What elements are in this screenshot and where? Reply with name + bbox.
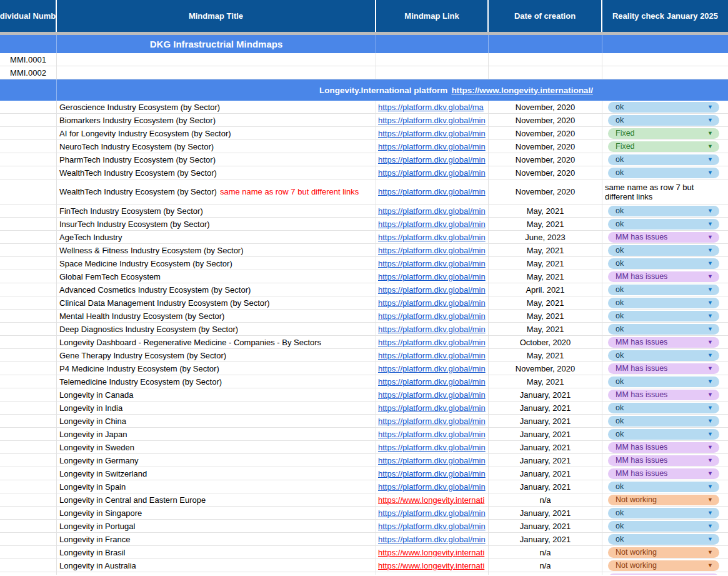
link-cell[interactable]: https://platform.dkv.global/min xyxy=(376,520,489,532)
date-cell[interactable]: January, 2021 xyxy=(489,480,602,493)
title-cell[interactable]: Clinical Data Management Industry Ecosys… xyxy=(57,296,376,309)
link-cell[interactable]: https://platform.dkv.global/min xyxy=(376,428,489,440)
title-cell[interactable]: WealthTech Industry Ecosystem (by Sector… xyxy=(57,166,376,179)
status-dropdown[interactable]: ok▼ xyxy=(608,482,719,492)
band-cell[interactable] xyxy=(0,35,57,53)
mindmap-link[interactable]: https://platform.dkv.global/min xyxy=(378,364,486,373)
link-cell[interactable] xyxy=(376,572,489,575)
status-dropdown[interactable]: ok▼ xyxy=(608,168,719,178)
mindmap-link[interactable]: https://platform.dkv.global/min xyxy=(378,206,486,216)
id-cell[interactable] xyxy=(0,218,57,230)
id-cell[interactable] xyxy=(0,572,57,575)
title-cell[interactable]: Longevity in Brasil xyxy=(57,546,376,558)
status-cell[interactable]: ok▼ xyxy=(602,310,728,322)
date-cell[interactable]: May, 2021 xyxy=(489,257,602,270)
date-cell[interactable]: May, 2021 xyxy=(489,296,602,309)
title-cell[interactable]: Longevity in Germany xyxy=(57,454,376,467)
link-cell[interactable]: https://platform.dkv.global/min xyxy=(376,179,489,204)
title-cell[interactable]: Mental Health Industry Ecosystem (by Sec… xyxy=(57,310,376,322)
status-dropdown[interactable]: MM has issues▼ xyxy=(608,468,719,479)
mindmap-link[interactable]: https://platform.dkv.global/min xyxy=(378,298,486,308)
link-cell[interactable]: https://platform.dkv.global/min xyxy=(376,349,489,361)
status-dropdown[interactable]: MM has issues▼ xyxy=(608,363,719,374)
link-cell[interactable]: https://platform.dkv.global/min xyxy=(376,402,489,414)
title-cell[interactable]: Longevity in China xyxy=(57,415,376,427)
mindmap-link[interactable]: https://platform.dkv.global/min xyxy=(378,155,486,164)
date-cell[interactable] xyxy=(489,53,602,66)
link-cell[interactable] xyxy=(376,66,489,79)
date-cell[interactable]: n/a xyxy=(489,546,602,558)
status-cell[interactable]: ok▼ xyxy=(602,114,728,126)
status-dropdown[interactable]: MM has issues▼ xyxy=(608,337,719,348)
mindmap-link[interactable]: https://platform.dkv.global/min xyxy=(378,246,486,255)
link-cell[interactable]: https://platform.dkv.global/min xyxy=(376,114,489,126)
mindmap-link[interactable]: https://platform.dkv.global/min xyxy=(378,272,486,281)
title-cell[interactable]: Longevity in Central and Eastern Europe xyxy=(57,493,376,506)
date-cell[interactable]: January, 2021 xyxy=(489,415,602,427)
id-cell[interactable] xyxy=(0,533,57,545)
id-cell[interactable] xyxy=(0,244,57,256)
date-cell[interactable]: May, 2021 xyxy=(489,244,602,256)
status-cell[interactable]: ok▼ xyxy=(602,323,728,335)
status-cell[interactable]: MM has issues▼ xyxy=(602,270,728,283)
date-cell[interactable] xyxy=(489,572,602,575)
title-cell[interactable]: Deep Diagnostics Industry Ecosystem (by … xyxy=(57,323,376,335)
status-dropdown[interactable]: MM has issues▼ xyxy=(608,390,719,400)
status-cell[interactable]: ok▼ xyxy=(602,533,728,545)
id-cell[interactable] xyxy=(0,179,57,204)
mindmap-link[interactable]: https://platform.dkv.global/min xyxy=(378,311,486,321)
title-cell[interactable]: WealthTech Industry Ecosystem (by Sector… xyxy=(57,179,376,204)
date-cell[interactable]: November, 2020 xyxy=(489,153,602,166)
status-dropdown[interactable]: ok▼ xyxy=(608,324,719,335)
status-cell[interactable]: ok▼ xyxy=(602,480,728,493)
link-cell[interactable]: https://platform.dkv.global/min xyxy=(376,244,489,256)
id-cell[interactable] xyxy=(0,402,57,414)
id-cell[interactable]: MMI.0002 xyxy=(0,66,57,79)
id-cell[interactable] xyxy=(0,362,57,375)
title-cell[interactable]: PharmTech Industry Ecosystem (by Sector) xyxy=(57,153,376,166)
mindmap-link[interactable]: https://platform.dkv.global/min xyxy=(378,456,486,465)
date-cell[interactable]: May, 2021 xyxy=(489,323,602,335)
title-cell[interactable]: Longevity in Canada xyxy=(57,388,376,401)
link-cell[interactable]: https://platform.dkv.global/min xyxy=(376,153,489,166)
id-cell[interactable] xyxy=(0,114,57,126)
status-cell[interactable]: ▼ xyxy=(602,572,728,575)
status-cell[interactable]: Fixed▼ xyxy=(602,127,728,139)
status-cell[interactable]: ok▼ xyxy=(602,153,728,166)
status-dropdown[interactable]: ok▼ xyxy=(608,403,719,413)
link-cell[interactable]: https://platform.dkv.global/min xyxy=(376,205,489,217)
mindmap-link[interactable]: https://www.longevity.internati xyxy=(378,495,484,505)
status-cell[interactable]: ok▼ xyxy=(602,205,728,217)
id-cell[interactable] xyxy=(0,310,57,322)
status-cell[interactable]: ok▼ xyxy=(602,283,728,296)
status-cell[interactable]: MM has issues▼ xyxy=(602,231,728,243)
date-cell[interactable]: n/a xyxy=(489,559,602,572)
title-cell[interactable]: Advanced Cosmetics Industry Ecosystem (b… xyxy=(57,283,376,296)
link-cell[interactable]: https://www.longevity.internati xyxy=(376,493,489,506)
status-dropdown[interactable]: ok▼ xyxy=(608,258,719,269)
mindmap-link[interactable]: https://platform.dkv.global/min xyxy=(378,220,486,229)
band-cell[interactable] xyxy=(376,35,489,53)
status-cell[interactable]: Fixed▼ xyxy=(602,140,728,153)
link-cell[interactable]: https://www.longevity.internati xyxy=(376,559,489,572)
title-cell[interactable]: FinTech Industry Ecosystem (by Sector) xyxy=(57,205,376,217)
title-cell[interactable]: InsurTech Industry Ecosystem (by Sector) xyxy=(57,218,376,230)
title-cell[interactable] xyxy=(57,53,376,66)
link-cell[interactable]: https://platform.dkv.global/min xyxy=(376,336,489,348)
id-cell[interactable] xyxy=(0,375,57,388)
status-cell[interactable]: MM has issues▼ xyxy=(602,441,728,453)
date-cell[interactable]: May, 2021 xyxy=(489,375,602,388)
link-cell[interactable]: https://platform.dkv.global/min xyxy=(376,415,489,427)
status-cell[interactable]: ok▼ xyxy=(602,244,728,256)
date-cell[interactable]: January, 2021 xyxy=(489,533,602,545)
status-dropdown[interactable]: MM has issues▼ xyxy=(608,271,719,282)
id-cell[interactable] xyxy=(0,270,57,283)
status-dropdown[interactable]: MM has issues▼ xyxy=(608,455,719,466)
link-cell[interactable] xyxy=(376,53,489,66)
link-cell[interactable]: https://platform.dkv.global/min xyxy=(376,231,489,243)
title-cell[interactable]: AgeTech Industry xyxy=(57,231,376,243)
mindmap-link[interactable]: https://www.longevity.internati xyxy=(378,548,484,557)
title-cell[interactable]: Biomarkers Industry Ecosystem (by Sector… xyxy=(57,114,376,126)
status-dropdown[interactable]: Not working▼ xyxy=(608,547,719,558)
mindmap-link[interactable]: https://platform.dkv.global/min xyxy=(378,259,486,268)
